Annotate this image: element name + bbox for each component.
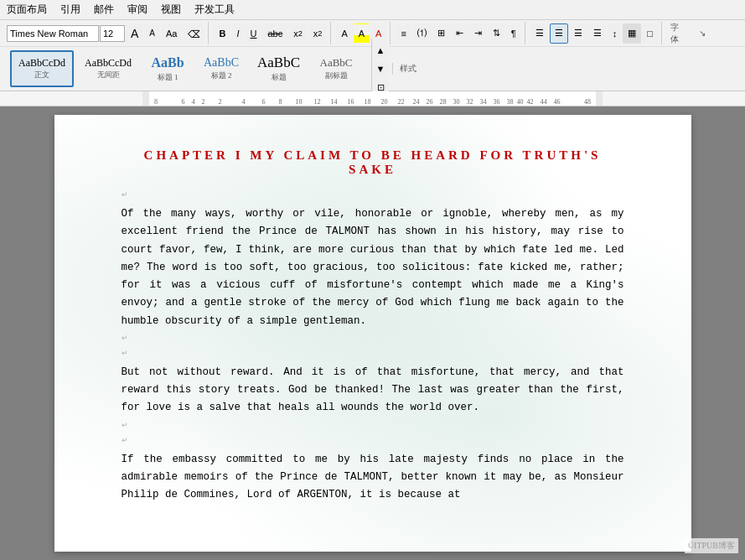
align-right-btn[interactable]: ☰ xyxy=(569,23,587,44)
style-heading2-label: 标题 2 xyxy=(211,70,232,81)
align-center-btn[interactable]: ☰ xyxy=(550,23,568,44)
alignment-section: ☰ ☰ ☰ ☰ ↕ ▦ □ xyxy=(527,22,662,44)
numbering-btn[interactable]: ⑴ xyxy=(412,23,432,44)
menu-references[interactable]: 引用 xyxy=(60,3,80,17)
style-title-preview: AaBbC xyxy=(257,54,300,71)
decrease-indent-btn[interactable]: ⇤ xyxy=(451,23,468,44)
style-heading1[interactable]: AaBb 标题 1 xyxy=(142,50,193,87)
document-area: CHAPTER I MY CLAIM TO BE HEARD FOR TRUTH… xyxy=(0,106,745,560)
paragraph-2[interactable]: But not without reward. And it is of tha… xyxy=(122,364,624,417)
decrease-font-btn[interactable]: A xyxy=(144,23,160,44)
multilevel-list-btn[interactable]: ⊞ xyxy=(432,23,450,44)
menu-bar: 页面布局 引用 邮件 审阅 视图 开发工具 xyxy=(0,0,745,20)
chapter-heading: CHAPTER I MY CLAIM TO BE HEARD FOR TRUTH… xyxy=(122,148,624,177)
justify-btn[interactable]: ☰ xyxy=(588,23,607,44)
blank-line-mark-2: ↵ xyxy=(122,436,624,444)
italic-btn[interactable]: I xyxy=(231,23,244,44)
borders-btn[interactable]: □ xyxy=(642,23,658,44)
style-normal[interactable]: AaBbCcDd 正文 xyxy=(10,50,74,87)
style-subtitle[interactable]: AaBbC 副标题 xyxy=(311,50,361,87)
underline-btn[interactable]: U xyxy=(246,23,262,44)
font-style-section: B I U abc x2 x2 xyxy=(210,22,331,44)
ribbon: A A Aa ⌫ B I U abc x2 x2 A A A ≡ ⑴ ⊞ ⇤ ⇥ xyxy=(0,20,745,91)
page-content: CHAPTER I MY CLAIM TO BE HEARD FOR TRUTH… xyxy=(122,148,624,504)
styles-scroll-up[interactable]: ▲ xyxy=(372,42,389,59)
text-effect-btn[interactable]: A xyxy=(336,23,352,44)
menu-review[interactable]: 审阅 xyxy=(127,3,147,17)
page: CHAPTER I MY CLAIM TO BE HEARD FOR TRUTH… xyxy=(54,115,691,552)
style-title-label: 标题 xyxy=(272,72,287,83)
para1-end-mark: ↵ xyxy=(122,334,624,342)
style-heading2[interactable]: AaBbC 标题 2 xyxy=(196,50,246,87)
style-subtitle-preview: AaBbC xyxy=(320,56,353,70)
ruler: 8 6 4 2 2 4 6 8 10 12 14 16 18 20 22 24 … xyxy=(0,91,745,106)
style-heading1-preview: AaBb xyxy=(151,54,184,70)
menu-mail[interactable]: 邮件 xyxy=(94,3,114,17)
para2-end-mark: ↵ xyxy=(122,421,624,429)
style-subtitle-label: 副标题 xyxy=(325,70,348,81)
change-case-btn[interactable]: Aa xyxy=(161,23,182,44)
subscript-btn[interactable]: x2 xyxy=(288,23,308,44)
style-nospacing-label: 无间距 xyxy=(97,70,120,80)
text-highlight-btn[interactable]: A xyxy=(354,23,370,44)
style-heading2-preview: AaBbC xyxy=(204,56,239,70)
bullets-btn[interactable]: ≡ xyxy=(396,23,411,44)
clear-format-btn[interactable]: ⌫ xyxy=(183,23,204,44)
copyright-label: ©ITPUB博客 xyxy=(685,538,739,553)
paragraph-1[interactable]: Of the many ways, worthy or vile, honora… xyxy=(122,205,624,330)
blank-line-mark: ↵ xyxy=(122,349,624,357)
line-spacing-btn[interactable]: ↕ xyxy=(608,23,623,44)
expand-font-btn[interactable]: ↘ xyxy=(699,29,706,38)
bold-btn[interactable]: B xyxy=(214,23,230,44)
font-name-input[interactable] xyxy=(7,25,99,42)
style-normal-preview: AaBbCcDd xyxy=(18,57,65,69)
style-gallery: AaBbCcDd 正文 AaBbCcDd 无间距 AaBb 标题 1 AaBbC… xyxy=(3,47,368,91)
font-size-input[interactable] xyxy=(100,25,125,42)
shading-btn[interactable]: ▦ xyxy=(623,23,641,44)
heading-end-mark: ↵ xyxy=(122,190,624,199)
styles-scroll-down[interactable]: ▼ xyxy=(372,60,389,77)
strikethrough-btn[interactable]: abc xyxy=(262,23,287,44)
ruler-white: 8 6 4 2 2 4 6 8 10 12 14 16 18 20 22 24 … xyxy=(149,91,596,106)
increase-indent-btn[interactable]: ⇥ xyxy=(469,23,487,44)
styles-scroll: ▲ ▼ ⊡ xyxy=(371,39,392,99)
ruler-inner: 8 6 4 2 2 4 6 8 10 12 14 16 18 20 22 24 … xyxy=(142,91,603,106)
align-left-btn[interactable]: ☰ xyxy=(530,23,549,44)
styles-row: AaBbCcDd 正文 AaBbCcDd 无间距 AaBb 标题 1 AaBbC… xyxy=(0,47,745,91)
section-labels: 字体 ↘ 段落 ↘ xyxy=(664,22,745,45)
style-nospacing[interactable]: AaBbCcDd 无间距 xyxy=(77,50,139,87)
styles-section-label: 样式 xyxy=(392,63,416,75)
font-label: 字体 xyxy=(670,22,679,45)
menu-page-layout[interactable]: 页面布局 xyxy=(7,3,47,17)
style-nospacing-preview: AaBbCcDd xyxy=(85,57,132,69)
show-marks-btn[interactable]: ¶ xyxy=(506,23,521,44)
paragraph-section: ≡ ⑴ ⊞ ⇤ ⇥ ⇅ ¶ xyxy=(392,22,525,44)
superscript-btn[interactable]: x2 xyxy=(308,23,328,44)
menu-view[interactable]: 视图 xyxy=(161,3,181,17)
sort-btn[interactable]: ⇅ xyxy=(488,23,505,44)
style-heading1-label: 标题 1 xyxy=(158,72,178,83)
style-title[interactable]: AaBbC 标题 xyxy=(250,50,308,87)
increase-font-btn[interactable]: A xyxy=(126,23,143,44)
font-section: A A Aa ⌫ xyxy=(3,22,209,44)
ruler-marks: 8 6 4 2 2 4 6 8 10 12 14 16 18 20 22 24 … xyxy=(149,98,596,106)
menu-developer[interactable]: 开发工具 xyxy=(194,3,235,17)
svg-text:⌫: ⌫ xyxy=(188,29,199,39)
style-normal-label: 正文 xyxy=(34,70,49,80)
paragraph-3[interactable]: If the embassy committed to me by his la… xyxy=(122,451,624,505)
